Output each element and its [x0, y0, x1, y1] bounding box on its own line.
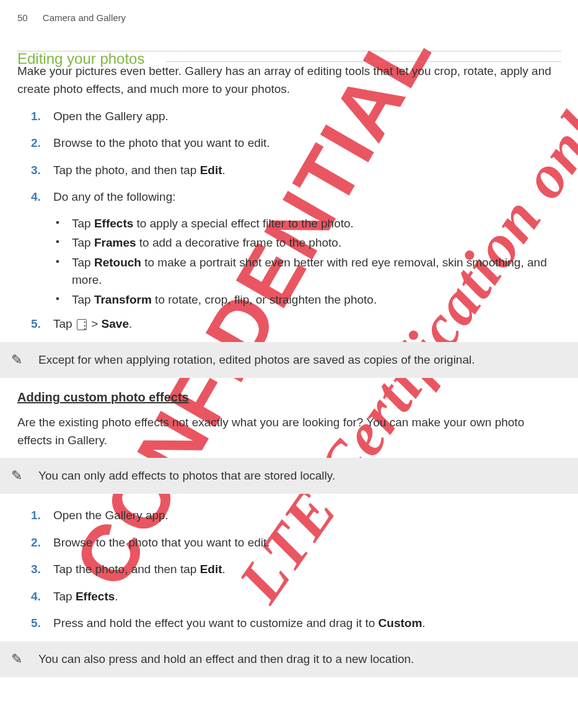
note-2: ✎ You can only add effects to photos tha… — [0, 458, 578, 494]
step-2-text: Browse to the photo that you want to edi… — [53, 136, 270, 149]
bullet-frames: Tap Frames to add a decorative frame to … — [17, 234, 561, 252]
step-3-edit: Edit — [200, 164, 222, 177]
note-1: ✎ Except for when applying rotation, edi… — [0, 342, 578, 378]
page-header: 50 Camera and Gallery — [17, 12, 561, 23]
step-1: 1. Open the Gallery app. — [17, 107, 561, 125]
bullet-transform: Tap Transform to rotate, crop, flip, or … — [17, 291, 561, 309]
step-4-bullets: Tap Effects to apply a special effect fi… — [17, 215, 561, 309]
step2-4: 4. Tap Effects. — [17, 587, 561, 605]
bullet-retouch: Tap Retouch to make a portrait shot even… — [17, 254, 561, 289]
step-5: 5. Tap > Save. — [17, 315, 561, 333]
section-intro: Make your pictures even better. Gallery … — [17, 62, 561, 99]
step2-1: 1. Open the Gallery app. — [17, 506, 561, 524]
note-3-text: You can also press and hold an effect an… — [38, 650, 566, 668]
chapter-name: Camera and Gallery — [43, 12, 126, 23]
menu-icon — [77, 319, 87, 330]
pen-icon: ✎ — [11, 468, 22, 484]
step-3-text-a: Tap the photo, and then tap — [53, 164, 200, 177]
note-3: ✎ You can also press and hold an effect … — [0, 641, 578, 677]
pen-icon: ✎ — [11, 651, 22, 667]
step-4: 4. Do any of the following: — [17, 188, 561, 206]
step-5-save: Save — [102, 317, 129, 330]
note-1-text: Except for when applying rotation, edite… — [38, 351, 566, 369]
steps-list-2: 1. Open the Gallery app. 2. Browse to th… — [17, 506, 561, 632]
step-2: 2. Browse to the photo that you want to … — [17, 134, 561, 152]
sub-intro: Are the existing photo effects not exact… — [17, 413, 561, 450]
bullet-effects: Tap Effects to apply a special effect fi… — [17, 215, 561, 233]
step-5-gt: > — [88, 317, 102, 330]
steps-list-1-cont: 5. Tap > Save. — [17, 315, 561, 333]
step-3-text-c: . — [222, 164, 226, 177]
page-number: 50 — [17, 12, 28, 23]
note-2-text: You can only add effects to photos that … — [38, 467, 566, 485]
subheading: Adding custom photo effects — [17, 390, 561, 405]
step-3: 3. Tap the photo, and then tap Edit. — [17, 161, 561, 179]
step-5-text-a: Tap — [53, 317, 76, 330]
step2-2: 2. Browse to the photo that you want to … — [17, 533, 561, 551]
step-4-text: Do any of the following: — [53, 190, 176, 203]
pen-icon: ✎ — [11, 352, 22, 368]
steps-list-1: 1. Open the Gallery app. 2. Browse to th… — [17, 107, 561, 206]
step2-5: 5. Press and hold the effect you want to… — [17, 614, 561, 632]
step2-3: 3. Tap the photo, and then tap Edit. — [17, 560, 561, 578]
step-1-text: Open the Gallery app. — [53, 110, 169, 123]
